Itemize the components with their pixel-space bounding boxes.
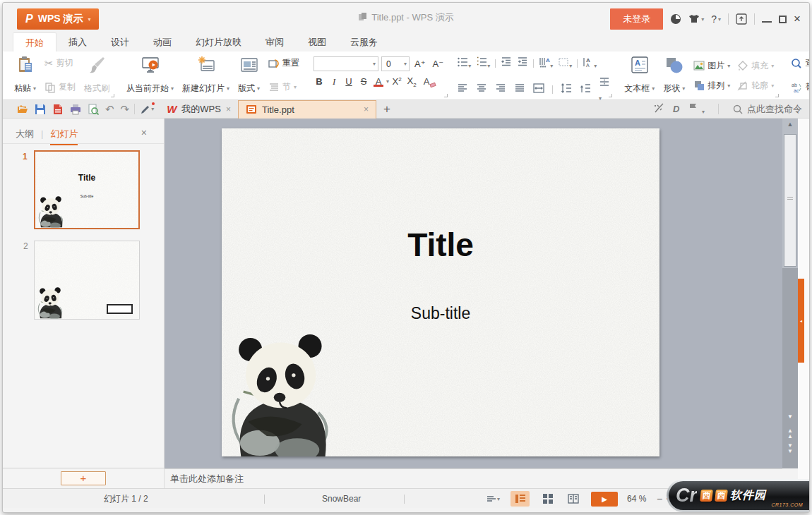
vertical-scrollbar[interactable]: ▲ ▼ ▲▲ ▼▼ (782, 119, 798, 468)
reading-view-button[interactable] (563, 491, 583, 507)
line-spacing-button[interactable] (561, 83, 572, 97)
doc-tab-title-ppt[interactable]: Title.ppt × (238, 100, 376, 119)
shapes-button[interactable]: 形状▾ (659, 54, 689, 97)
slideshow-play-button[interactable]: ▶ (591, 492, 618, 507)
superscript-button[interactable]: X2 (390, 75, 404, 87)
zoom-level[interactable]: 64 % (627, 489, 646, 509)
tab-slideshow[interactable]: 幻灯片放映 (184, 32, 253, 52)
current-slide[interactable]: Title Sub-title (222, 128, 659, 456)
align-right-button[interactable] (495, 83, 506, 97)
textbox-button[interactable]: A 文本框▾ (620, 54, 659, 97)
docer-icon[interactable]: D (673, 104, 679, 114)
slide-subtitle-text[interactable]: Sub-title (222, 304, 659, 323)
text-direction-button[interactable]: A▾ (539, 56, 553, 71)
find-button[interactable]: 查找 (788, 56, 810, 71)
new-tab-button[interactable]: + (376, 102, 398, 116)
tab-view[interactable]: 视图 (296, 32, 338, 52)
ink-annotation-button[interactable]: ▾ (140, 104, 154, 115)
section-button[interactable]: 节 ▾ (265, 80, 302, 95)
font-family-select[interactable]: ▾ (314, 56, 378, 71)
slide-sorter-view-button[interactable] (538, 491, 557, 507)
format-painter-button[interactable]: 格式刷 (80, 54, 114, 97)
scroll-up-arrow[interactable]: ▲ (782, 121, 798, 128)
font-dialog-launcher[interactable] (444, 94, 448, 97)
italic-button[interactable]: I (327, 75, 341, 88)
close-tab-icon[interactable]: × (364, 104, 369, 114)
paragraph-spacing-increase-button[interactable] (580, 83, 591, 97)
fill-button[interactable]: 填充▾ (734, 56, 777, 75)
textbox-style-button[interactable]: ▾ (558, 56, 572, 71)
normal-view-button[interactable] (511, 491, 530, 507)
zoom-out-button[interactable]: − (657, 489, 662, 509)
theme-name[interactable]: SnowBear (322, 489, 361, 509)
distribute-button[interactable] (533, 83, 544, 97)
increase-font-button[interactable]: A⁺ (412, 58, 428, 70)
clipboard-dialog-launcher[interactable] (111, 94, 114, 97)
tab-animation[interactable]: 动画 (141, 32, 184, 52)
cut-button[interactable]: ✂ 剪切 (42, 56, 78, 71)
arrange-button[interactable]: 排列▾ (691, 75, 733, 95)
decrease-font-button[interactable]: A⁻ (431, 58, 446, 70)
slide-thumbnail-2[interactable]: 2 (34, 241, 140, 320)
help-icon[interactable]: ? ▾ (711, 13, 721, 25)
underline-button[interactable]: U (342, 75, 356, 87)
tab-insert[interactable]: 插入 (56, 32, 99, 52)
login-button[interactable]: 未登录 (610, 8, 663, 30)
open-file-button[interactable] (17, 104, 28, 115)
next-slide-button[interactable]: ▼▼ (782, 443, 798, 454)
copy-button[interactable]: 复制 (42, 80, 78, 95)
tab-cloud[interactable]: 云服务 (338, 32, 390, 52)
save-button[interactable] (35, 104, 46, 115)
align-left-button[interactable] (457, 83, 468, 97)
skin-theme-icon[interactable]: ▾ (688, 13, 704, 25)
assistant-wand-icon[interactable] (653, 102, 664, 116)
maximize-button[interactable] (779, 16, 787, 23)
print-button[interactable] (70, 104, 81, 115)
decrease-indent-button[interactable] (501, 56, 512, 71)
print-preview-button[interactable] (88, 104, 99, 115)
font-color-button[interactable]: A (371, 75, 386, 87)
close-panel-button[interactable]: × (141, 127, 147, 138)
previous-slide-button[interactable]: ▲▲ (782, 428, 798, 440)
share-flag-icon[interactable]: ▾ (688, 102, 705, 116)
tab-design[interactable]: 设计 (99, 32, 141, 52)
tab-review[interactable]: 审阅 (253, 32, 296, 52)
new-slide-button[interactable]: 新建幻灯片▾ (178, 54, 234, 97)
justify-button[interactable] (514, 83, 525, 97)
redo-button[interactable]: ↷ (121, 104, 130, 114)
strikethrough-button[interactable]: S (357, 75, 371, 87)
character-spacing-button[interactable]: AA▾ (583, 56, 597, 71)
numbering-button[interactable]: ▾ (476, 56, 490, 71)
play-from-current-button[interactable]: 从当前开始▾ (122, 54, 178, 97)
tab-home[interactable]: 开始 (13, 32, 56, 52)
slide-canvas[interactable]: Title Sub-title (165, 119, 782, 468)
doc-tab-my-wps[interactable]: W 我的WPS × (160, 100, 238, 119)
task-pane-pull-tab[interactable]: ◂ (798, 279, 804, 363)
close-button[interactable]: × (794, 12, 801, 26)
slide-title-text[interactable]: Title (222, 226, 659, 264)
slide-thumbnail-1[interactable]: 1 Title Sub-title (34, 150, 140, 229)
collapse-ribbon-icon[interactable] (736, 13, 747, 25)
close-tab-icon[interactable]: × (226, 104, 231, 114)
layout-button[interactable]: 版式▾ (234, 54, 264, 97)
scroll-thumb[interactable] (784, 134, 796, 267)
command-search-box[interactable]: 点此查找命令 (732, 103, 802, 116)
outline-tab[interactable]: 大纲 (16, 128, 34, 140)
clear-format-button[interactable]: A (419, 75, 434, 87)
font-size-select[interactable]: 0 ▾ (381, 56, 410, 71)
feedback-icon[interactable] (670, 13, 681, 25)
paste-button[interactable]: 粘贴▾ (10, 54, 40, 97)
paragraph-spacing-decrease-button[interactable]: ▾ (599, 76, 610, 103)
picture-button[interactable]: 图片▾ (691, 56, 733, 75)
insert-dialog-launcher[interactable] (775, 94, 779, 97)
chevron-down-icon[interactable]: ▾ (386, 78, 389, 85)
notes-toggle-button[interactable]: ▾ (486, 489, 500, 509)
align-center-button[interactable] (476, 83, 487, 97)
export-pdf-button[interactable] (52, 104, 64, 115)
undo-button[interactable]: ↶ (105, 104, 114, 114)
scroll-down-arrow[interactable]: ▼ (782, 414, 798, 420)
bullets-button[interactable]: ▾ (457, 56, 471, 71)
bold-button[interactable]: B (312, 75, 326, 87)
outline-button[interactable]: 轮廓▾ (734, 75, 777, 95)
minimize-button[interactable] (762, 16, 772, 23)
